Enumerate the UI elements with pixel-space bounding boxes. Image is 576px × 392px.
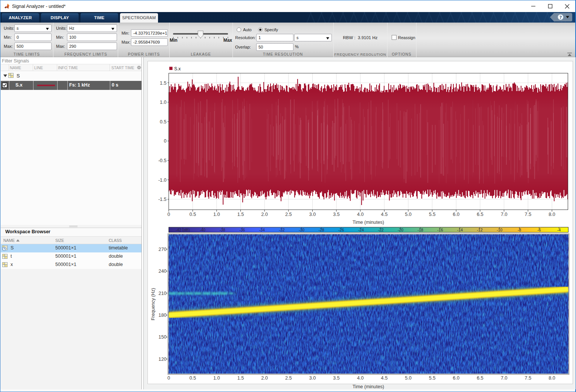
svg-text:S.x: S.x — [174, 66, 181, 71]
svg-text:Time (minutes): Time (minutes) — [353, 220, 384, 225]
svg-text:-28: -28 — [319, 228, 324, 232]
svg-text:0.5: 0.5 — [160, 119, 167, 125]
svg-text:8.0: 8.0 — [549, 212, 555, 217]
svg-text:Frequency (Hz): Frequency (Hz) — [150, 288, 156, 320]
svg-text:0: 0 — [167, 375, 170, 381]
svg-text:-8: -8 — [518, 228, 521, 232]
svg-text:-36: -36 — [239, 228, 245, 232]
svg-text:Max: Max — [223, 38, 233, 43]
svg-text:6.0: 6.0 — [453, 212, 460, 217]
svg-text:240: 240 — [158, 269, 166, 274]
svg-text:4.0: 4.0 — [357, 375, 364, 381]
svg-text:0.5: 0.5 — [189, 212, 196, 217]
svg-text:5.0: 5.0 — [405, 375, 412, 381]
svg-text:-20: -20 — [398, 228, 403, 232]
svg-text:3.0: 3.0 — [309, 212, 316, 217]
svg-text:2.5: 2.5 — [285, 212, 292, 217]
svg-text:Time (minutes): Time (minutes) — [353, 384, 384, 389]
svg-text:1.5: 1.5 — [237, 375, 244, 381]
svg-text:7.0: 7.0 — [501, 375, 508, 381]
svg-text:4.5: 4.5 — [381, 212, 388, 217]
svg-text:4.0: 4.0 — [357, 212, 364, 217]
svg-text:3.5: 3.5 — [333, 212, 340, 217]
svg-text:-34: -34 — [259, 228, 265, 232]
svg-text:-30: -30 — [299, 228, 304, 232]
svg-text:3.5: 3.5 — [333, 375, 340, 381]
svg-text:-1.0: -1.0 — [158, 178, 167, 183]
svg-text:120: 120 — [158, 357, 166, 362]
svg-text:-12: -12 — [477, 228, 483, 232]
svg-text:4.5: 4.5 — [381, 375, 388, 381]
svg-text:1.5: 1.5 — [160, 81, 167, 86]
svg-text:2.0: 2.0 — [261, 375, 268, 381]
svg-text:3.0: 3.0 — [309, 375, 316, 381]
svg-text:7.5: 7.5 — [525, 375, 532, 381]
svg-text:0: 0 — [167, 212, 170, 217]
svg-text:-32: -32 — [279, 228, 284, 232]
svg-text:7.5: 7.5 — [525, 212, 532, 217]
svg-text:8.0: 8.0 — [549, 375, 555, 381]
svg-text:-6: -6 — [537, 228, 541, 232]
svg-text:5.5: 5.5 — [429, 212, 436, 217]
svg-text:7.0: 7.0 — [501, 212, 508, 217]
svg-text:210: 210 — [158, 291, 166, 296]
svg-text:6.5: 6.5 — [477, 212, 483, 217]
svg-text:-42 (dB): -42 (dB) — [176, 228, 190, 232]
svg-text:-10: -10 — [497, 228, 502, 232]
svg-text:-40: -40 — [200, 228, 205, 232]
svg-text:180: 180 — [158, 313, 166, 318]
svg-text:?: ? — [559, 15, 562, 20]
svg-text:-26: -26 — [338, 228, 344, 232]
svg-text:5.5: 5.5 — [429, 375, 436, 381]
svg-text:0.5: 0.5 — [189, 375, 196, 381]
svg-text:-1.5: -1.5 — [158, 197, 167, 202]
svg-text:-38: -38 — [219, 228, 225, 232]
svg-text:6.5: 6.5 — [477, 375, 483, 381]
svg-text:-4: -4 — [557, 228, 561, 232]
svg-text:2.5: 2.5 — [285, 375, 292, 381]
svg-text:1.0: 1.0 — [160, 100, 167, 105]
svg-text:-22: -22 — [378, 228, 383, 232]
svg-text:6.0: 6.0 — [453, 375, 460, 381]
svg-text:270: 270 — [158, 247, 166, 252]
svg-text:-0.5: -0.5 — [158, 158, 167, 163]
svg-text:1.5: 1.5 — [237, 212, 244, 217]
svg-text:-18: -18 — [418, 228, 423, 232]
svg-text:0: 0 — [164, 138, 166, 144]
svg-text:-16: -16 — [437, 228, 443, 232]
svg-text:5.0: 5.0 — [405, 212, 412, 217]
svg-text:-24: -24 — [358, 228, 364, 232]
svg-text:Min: Min — [170, 38, 178, 43]
svg-text:150: 150 — [158, 334, 166, 340]
svg-text:1.0: 1.0 — [213, 375, 220, 381]
svg-text:2.0: 2.0 — [261, 212, 268, 217]
svg-text:1.0: 1.0 — [213, 212, 220, 217]
svg-text:-14: -14 — [457, 228, 463, 232]
